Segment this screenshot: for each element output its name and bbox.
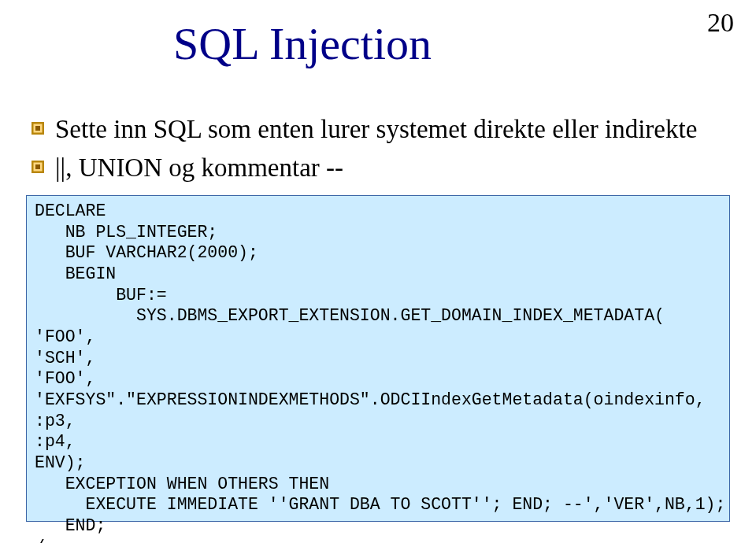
bullet-text: Sette inn SQL som enten lurer systemet d…: [55, 113, 697, 146]
code-block: DECLARE NB PLS_INTEGER; BUF VARCHAR2(200…: [26, 195, 730, 522]
code-content: DECLARE NB PLS_INTEGER; BUF VARCHAR2(200…: [35, 201, 721, 543]
bullet-item: ||, UNION og kommentar --: [32, 151, 756, 185]
svg-rect-2: [35, 126, 40, 131]
page-number: 20: [707, 8, 734, 38]
bullet-icon: [32, 122, 44, 135]
svg-rect-5: [35, 164, 40, 169]
bullet-list: Sette inn SQL som enten lurer systemet d…: [32, 113, 756, 185]
slide-title: SQL Injection: [173, 17, 756, 70]
bullet-icon: [32, 161, 44, 173]
bullet-item: Sette inn SQL som enten lurer systemet d…: [32, 113, 756, 146]
bullet-text: ||, UNION og kommentar --: [55, 151, 343, 185]
